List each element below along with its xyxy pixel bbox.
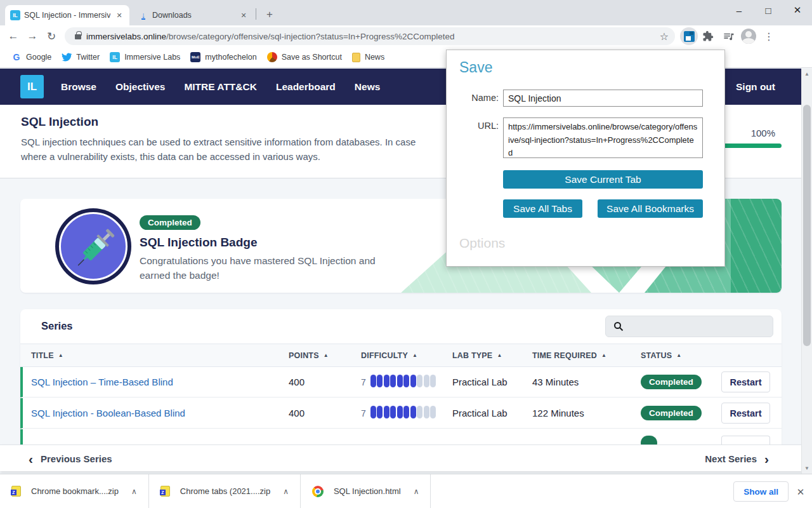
download-filename: Chrome tabs (2021....zip [180,486,270,496]
bookmark-google[interactable]: G Google [6,50,56,65]
immersive-labs-logo[interactable]: IL [20,75,44,98]
sign-out-link[interactable]: Sign out [736,81,775,93]
back-button[interactable]: ← [4,27,23,45]
sort-asc-icon: ▲ [58,352,63,358]
options-link[interactable]: Options [459,236,505,251]
description-line: where a vulnerability exists, this data … [21,150,416,164]
chevron-up-icon[interactable]: ∧ [131,487,137,496]
column-time-required[interactable]: TIME REQUIRED▲ [532,351,641,360]
floppy-disk-icon [684,31,695,42]
page-scrollbar[interactable]: ▲ ▼ [801,69,812,474]
save-all-tabs-button[interactable]: Save All Tabs [503,199,582,218]
series-card: Series TITLE▲ POINTS▲ DIFFICULTY▲ LAB TY… [20,309,782,444]
sort-asc-icon: ▲ [676,352,681,358]
restart-button[interactable] [721,436,770,444]
chevron-left-icon: ‹ [29,452,33,465]
bookmark-mythofechelon[interactable]: MoE mythofechelon [185,50,261,65]
extensions-puzzle-icon[interactable] [698,27,718,45]
column-status[interactable]: STATUS▲ [641,351,721,360]
bookmark-immersive-labs[interactable]: IL Immersive Labs [105,50,185,65]
download-item[interactable]: SQL Injection.html ∧ [301,474,431,508]
nav-objectives[interactable]: Objectives [115,81,165,93]
address-bar[interactable]: immersivelabs.online/browse/category/off… [65,27,675,45]
series-heading: Series [41,320,73,332]
nav-mitre-attack[interactable]: MITRE ATT&CK [184,81,257,93]
profile-avatar[interactable] [738,27,759,45]
previous-series-link[interactable]: ‹ Previous Series [29,445,112,472]
column-lab-type[interactable]: LAB TYPE▲ [452,351,532,360]
bookmark-star-icon[interactable]: ☆ [660,30,669,43]
close-button[interactable]: ✕ [783,0,812,20]
column-points[interactable]: POINTS▲ [289,351,361,360]
bookmark-save-as-shortcut[interactable]: Save as Shortcut [262,50,347,65]
nav-news[interactable]: News [355,81,381,93]
tab-title: SQL Injection - Immersive Labs [24,11,110,20]
sort-asc-icon: ▲ [601,352,606,358]
url-label: URL: [447,121,499,131]
search-icon [613,321,624,331]
chevron-up-icon[interactable]: ∧ [414,487,419,496]
shortcut-icon [267,52,277,62]
page-description: SQL injection techniques can be used to … [21,135,416,164]
tab-close-icon[interactable]: ✕ [239,10,249,20]
restart-button[interactable]: Restart [721,371,770,392]
difficulty-cell: 7 [361,375,452,389]
media-queue-icon[interactable] [718,27,738,45]
scroll-up-arrow[interactable]: ▲ [802,69,812,79]
sort-asc-icon: ▲ [412,352,417,358]
minimize-button[interactable]: – [724,0,754,20]
url-text: immersivelabs.online/browse/category/off… [86,32,656,41]
column-title[interactable]: TITLE▲ [31,351,289,360]
bookmark-twitter[interactable]: Twitter [56,50,105,65]
tab-title: Downloads [152,11,235,20]
url-field[interactable]: https://immersivelabs.online/browse/cate… [503,117,703,158]
next-series-link[interactable]: Next Series › [705,445,769,472]
bookmark-saver-extension-icon[interactable] [680,27,698,45]
next-series-label: Next Series [705,453,757,464]
forward-button[interactable]: → [23,27,42,45]
download-item[interactable]: Chrome tabs (2021....zip ∧ [149,474,301,508]
progress-percent: 100% [751,128,775,138]
restart-button[interactable]: Restart [721,403,770,424]
badge-status-pill: Completed [140,215,200,230]
name-field[interactable] [503,90,703,107]
lab-title-link[interactable]: SQL Injection – Time-Based Blind [31,377,173,387]
browser-menu-icon[interactable]: ⋮ [759,27,779,45]
chrome-html-icon [312,486,324,497]
tab-sql-injection[interactable]: IL SQL Injection - Immersive Labs ✕ [5,5,129,25]
download-item[interactable]: Chrome bookmark....zip ∧ [0,474,149,508]
series-search-input[interactable] [605,316,773,337]
column-difficulty[interactable]: DIFFICULTY▲ [361,351,452,360]
google-g-icon: G [11,52,22,62]
twitter-bird-icon [62,52,72,62]
bookmark-label: mythofechelon [205,53,256,62]
new-tab-button[interactable]: + [261,6,278,23]
lab-title-link[interactable]: SQL Injection - Boolean-Based Blind [31,408,185,418]
save-all-bookmarks-button[interactable]: Save All Bookmarks [598,199,703,218]
zip-file-icon [160,486,170,497]
tab-downloads[interactable]: ↓ Downloads ✕ [133,5,254,25]
difficulty-pills [370,375,437,389]
bookmark-label: Twitter [76,53,100,62]
download-filename: SQL Injection.html [334,486,401,496]
scroll-down-arrow[interactable]: ▼ [802,463,812,474]
save-current-tab-button[interactable]: Save Current Tab [503,170,703,189]
maximize-button[interactable]: □ [754,0,783,20]
tab-close-icon[interactable]: ✕ [114,10,124,20]
lock-icon[interactable] [75,34,81,39]
download-favicon: ↓ [138,10,148,20]
series-pagination: ‹ Previous Series Next Series › [0,444,812,471]
chevron-up-icon[interactable]: ∧ [283,487,289,496]
chevron-right-icon: › [764,452,769,465]
bookmark-label: Save as Shortcut [282,53,342,62]
lab-type-cell: Practical Lab [452,377,532,387]
downloads-close-icon[interactable]: ✕ [794,486,807,498]
bookmark-news[interactable]: News [347,50,390,65]
reload-button[interactable]: ↻ [42,27,61,45]
show-all-button[interactable]: Show all [733,481,789,502]
series-table-header: TITLE▲ POINTS▲ DIFFICULTY▲ LAB TYPE▲ TIM… [20,344,782,367]
scrollbar-thumb[interactable] [803,105,811,346]
status-badge [641,436,657,444]
nav-leaderboard[interactable]: Leaderboard [276,81,336,93]
nav-browse[interactable]: Browse [61,81,96,93]
